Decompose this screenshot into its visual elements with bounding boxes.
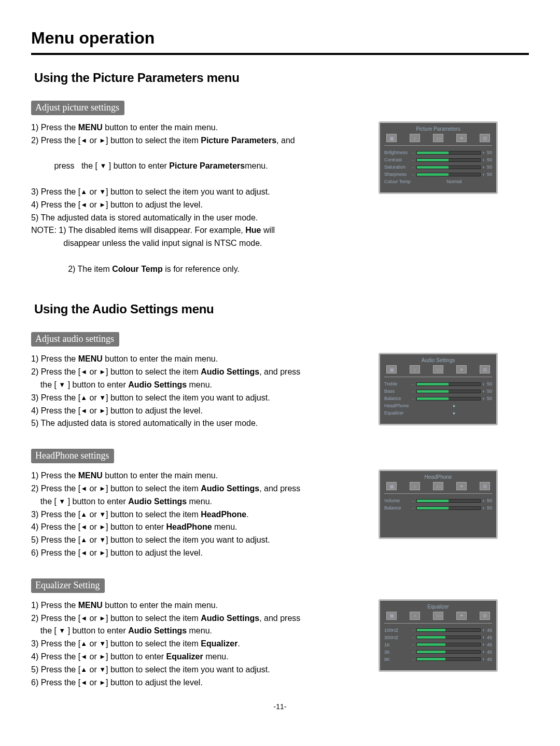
osd-slider	[416, 151, 481, 155]
t: or	[87, 200, 99, 209]
osd-slider-row: Treble50	[384, 380, 492, 388]
bold-menu: MENU	[78, 601, 103, 610]
osd-tab-icon: ✦	[456, 365, 467, 374]
osd-icon-row: ▣♪▭✦✿	[384, 482, 492, 490]
osd-slider-row: Sharpness50	[384, 171, 492, 178]
t: or	[87, 393, 99, 402]
t: or	[87, 484, 99, 493]
picture-instructions: 1) Press the MENU button to enter the ma…	[31, 121, 363, 288]
right-arrow-icon: ►	[99, 652, 106, 662]
osd-label: Saturation	[384, 164, 414, 170]
t: 5) The adjusted data is stored automatic…	[31, 417, 363, 430]
t: 3) Press the [	[31, 187, 80, 196]
osd-slider-row: 8K45	[384, 656, 492, 663]
t: or	[87, 614, 99, 623]
left-arrow-icon: ◄	[80, 678, 87, 688]
osd-label: Volume	[384, 498, 414, 503]
t: ] button to adjust the level.	[106, 200, 203, 209]
t: menu.	[187, 380, 212, 389]
osd-slider-row: 100HZ45	[384, 627, 492, 634]
bold-audio-settings: Audio Settings	[128, 497, 187, 506]
t: , and press	[259, 367, 300, 376]
t: , and	[276, 136, 295, 145]
subheading-adjust-picture: Adjust picture settings	[31, 101, 124, 115]
osd-tab-icon: ✿	[480, 482, 490, 490]
osd-label: 8K	[384, 657, 414, 662]
t: press the [	[45, 161, 100, 170]
t: 4) Press the [	[31, 652, 80, 661]
t: NOTE: 1) The disabled items will disappe…	[31, 226, 245, 234]
t: 4) Press the [	[31, 200, 80, 209]
t: button to enter the main menu.	[103, 123, 218, 132]
t: or	[87, 406, 99, 415]
t: ] button to adjust the level.	[106, 678, 203, 687]
down-arrow-icon: ▼	[99, 535, 106, 545]
osd-title: Equalizer	[384, 604, 492, 610]
t: ] button to select the item you want to …	[106, 665, 270, 674]
t: 3) Press the [	[31, 510, 80, 519]
osd-slider	[416, 499, 481, 503]
osd-slider-row: Saturation50	[384, 163, 492, 171]
osd-label: Colour Temp	[384, 179, 414, 184]
osd-tab-icon: ▭	[433, 612, 443, 620]
bold-colour-temp: Colour Temp	[112, 265, 162, 273]
osd-title: HeadPhone	[384, 474, 492, 480]
submenu-arrow-icon: ▸	[416, 410, 492, 416]
left-arrow-icon: ◄	[80, 483, 87, 494]
right-arrow-icon: ►	[99, 200, 106, 210]
osd-label: Sharpness	[384, 172, 414, 177]
t: ] button to enter	[65, 497, 128, 506]
osd-tab-icon: ▭	[433, 482, 443, 490]
t: will	[261, 226, 275, 234]
osd-label: Balance	[384, 396, 414, 401]
left-arrow-icon: ◄	[80, 613, 87, 624]
osd-tab-icon: ✿	[480, 612, 490, 620]
heading-audio-settings: Using the Audio Settings menu	[34, 302, 529, 316]
osd-label: 3K	[384, 650, 414, 655]
osd-title: Picture Parameters	[384, 126, 492, 132]
osd-equalizer: Equalizer ▣♪▭✦✿ 100HZ45300HZ451K453K458K…	[379, 599, 498, 672]
t: 1) Press the	[31, 354, 78, 363]
osd-label: 300HZ	[384, 635, 414, 640]
t: menu.	[203, 652, 229, 661]
osd-tab-icon: ▣	[386, 365, 397, 374]
right-arrow-icon: ►	[99, 135, 106, 146]
t: 1) Press the	[31, 601, 78, 610]
osd-tab-icon: ▣	[386, 134, 397, 142]
osd-icon-row: ▣♪▭✦✿	[384, 365, 492, 374]
bold-audio-settings: Audio Settings	[201, 367, 259, 376]
t: ] button to select the item you want to …	[106, 187, 270, 196]
t: ] button to select the item	[106, 614, 201, 623]
osd-tab-icon: ▭	[433, 134, 443, 142]
title-rule	[31, 53, 529, 55]
t: or	[87, 535, 99, 544]
t: 2) Press the [	[31, 367, 80, 376]
osd-slider	[416, 165, 481, 169]
osd-tab-icon: ▣	[386, 482, 397, 490]
t: menu.	[245, 161, 268, 170]
subheading-headphone: HeadPhone settings	[31, 449, 114, 463]
left-arrow-icon: ◄	[80, 548, 87, 558]
t: or	[87, 510, 99, 519]
t: ] button to select the item	[106, 136, 201, 145]
t: menu.	[212, 522, 237, 531]
left-arrow-icon: ◄	[80, 406, 87, 416]
right-arrow-icon: ►	[99, 483, 106, 494]
submenu-arrow-icon: ▸	[416, 403, 492, 408]
up-arrow-icon: ▲	[80, 187, 87, 197]
right-arrow-icon: ►	[99, 406, 106, 416]
osd-slider	[416, 390, 481, 393]
bold-audio-settings: Audio Settings	[128, 380, 187, 389]
left-arrow-icon: ◄	[80, 652, 87, 662]
t: menu.	[187, 497, 212, 506]
bold-audio-settings: Audio Settings	[128, 626, 187, 635]
osd-tab-icon: ✿	[480, 134, 490, 142]
osd-slider	[416, 650, 481, 654]
t: 1) Press the	[31, 471, 78, 480]
bold-audio-settings: Audio Settings	[201, 614, 259, 623]
t: the [	[31, 497, 59, 506]
right-arrow-icon: ►	[99, 548, 106, 558]
osd-slider-row: Brifghtness50	[384, 149, 492, 156]
t: ] button to adjust the level.	[106, 406, 203, 415]
t: or	[87, 665, 99, 674]
